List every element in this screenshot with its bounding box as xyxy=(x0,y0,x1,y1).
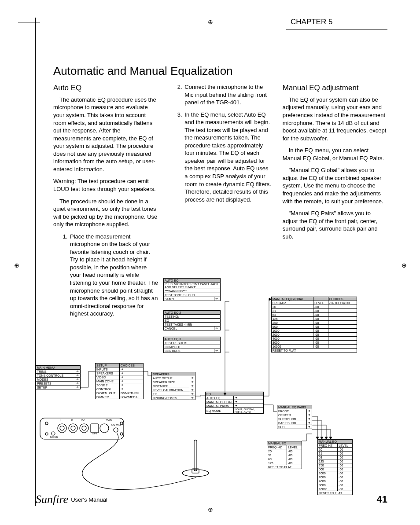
svg-point-10 xyxy=(80,424,88,433)
body-text: In the EQ menu, you can select Manual EQ… xyxy=(283,147,387,162)
page-title: Automatic and Manual Equalization xyxy=(53,64,387,78)
page-number: 41 xyxy=(377,494,387,505)
svg-point-6 xyxy=(58,424,66,433)
svg-point-8 xyxy=(69,424,77,433)
svg-point-11 xyxy=(82,426,86,430)
svg-text:EQ MIC: EQ MIC xyxy=(111,423,121,426)
menu-manual-eq-sub: MANUAL EQ FREQ-HZLEVEL 20-00 31-00 63-00… xyxy=(267,441,302,469)
menu-main: MAIN MENU TRIMS TONE CONTROLS MODES PRES… xyxy=(36,365,81,389)
svg-text:SVID: SVID xyxy=(106,419,112,422)
svg-text:OPT: OPT xyxy=(92,432,98,435)
menu-eq: EQ AUTO EQ MANUAL GLOBAL MANUAL PAIRS EQ… xyxy=(205,392,264,414)
menu-auto-eq-3: AUTO EQ 3 TEST RESULTS COMPLETE CONTINUE xyxy=(163,337,221,353)
svg-point-1 xyxy=(45,422,48,425)
body-text: The EQ of your system can also be adjust… xyxy=(283,96,387,142)
crop-mark-icon: ⊕ xyxy=(402,262,407,269)
svg-rect-12 xyxy=(91,424,99,433)
menu-auto-eq-1: AUTO EQ PLUG MIC INTO FRONT PANEL JACK A… xyxy=(163,278,221,301)
list-item: In the EQ menu, select Auto EQ and the m… xyxy=(184,111,273,204)
crop-mark-icon: ⊕ xyxy=(14,262,19,269)
list-item: Connect the microphone to the Mic input … xyxy=(184,83,273,106)
menu-manual-eq-full: MANUAL EQ FREQ-HZLEVEL 20-00 31-00 63-00… xyxy=(317,439,353,495)
warning-text: Warning: The test procedure can emit LOU… xyxy=(53,177,158,193)
body-text: "Manual EQ Global" allows you to adjust … xyxy=(283,166,387,205)
menu-speakers: SPEAKERS AUTO SETUP SPEAKER SIZE DISTANC… xyxy=(151,372,195,400)
svg-point-13 xyxy=(100,424,109,433)
section-heading-auto-eq: Auto EQ xyxy=(53,83,158,93)
svg-point-4 xyxy=(120,433,123,435)
chapter-heading: CHAPTER 5 xyxy=(286,18,387,29)
menu-setup: SETUPCHOICES INPUTS SPEAKERS VIDEO MAIN … xyxy=(95,363,144,399)
svg-point-7 xyxy=(60,426,64,430)
svg-text:R: R xyxy=(71,419,73,422)
svg-point-2 xyxy=(45,433,48,435)
svg-text:L: L xyxy=(60,419,62,422)
menu-flow-diagram: AUTO EQ PLUG MIC INTO FRONT PANEL JACK A… xyxy=(36,264,388,502)
svg-point-5 xyxy=(52,432,55,435)
section-heading-manual-eq: Manual EQ adjustment xyxy=(283,83,387,93)
body-text: The automatic EQ procedure uses the micr… xyxy=(53,96,158,173)
menu-auto-eq-2: AUTO EQ 2 TESTING: EQ TEST TAKES 4 MIN C… xyxy=(163,310,221,330)
svg-point-14 xyxy=(114,428,118,432)
body-text: "Manual EQ Pairs" allows you to adjust t… xyxy=(283,209,387,240)
crop-mark-icon: ⊕ xyxy=(208,506,213,513)
svg-text:CV: CV xyxy=(81,419,85,422)
svg-text:MODE: MODE xyxy=(50,436,58,438)
svg-rect-15 xyxy=(194,440,197,471)
footer-label: User's Manual xyxy=(71,496,107,503)
device-illustration: MODE L R CV SVID OPT EQ MIC xyxy=(36,416,265,502)
body-text: The procedure should be done in a quiet … xyxy=(53,198,158,228)
brand-logo: Sunfire xyxy=(36,493,68,506)
menu-manual-eq-pairs: MANUAL EQ PAIRS FRONT CENTER SURROUND BA… xyxy=(277,405,312,429)
menu-manual-eq-global: MANUAL EQ GLOBALCHOICES FREQ-HZLEVEL-14 … xyxy=(271,297,357,352)
svg-point-9 xyxy=(71,426,75,430)
